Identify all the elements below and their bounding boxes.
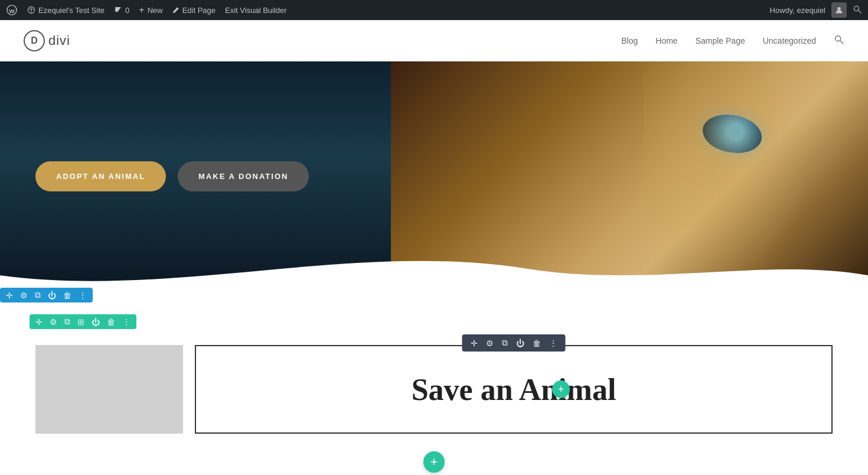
- row-duplicate-icon[interactable]: ⧉: [35, 290, 41, 300]
- image-column-placeholder: [35, 345, 183, 434]
- exit-builder-link[interactable]: Exit Visual Builder: [225, 6, 287, 15]
- howdy-text: Howdy, ezequiel: [770, 6, 825, 15]
- col-add-icon[interactable]: ✛: [35, 317, 43, 327]
- comments-link[interactable]: 0: [114, 6, 129, 15]
- content-row: ✛ ⚙ ⧉ ⏻ 🗑 ⋮ Save an Animal +: [35, 345, 833, 434]
- nav-blog[interactable]: Blog: [621, 36, 638, 45]
- svg-point-5: [837, 7, 841, 11]
- user-avatar[interactable]: [831, 2, 847, 18]
- save-animal-heading: Save an Animal: [412, 372, 616, 407]
- nav-search-icon[interactable]: [834, 34, 844, 47]
- row-more-icon[interactable]: ⋮: [79, 291, 87, 300]
- adopt-animal-button[interactable]: ADOPT AN ANIMAL: [35, 161, 166, 191]
- col-settings-icon[interactable]: ⚙: [50, 317, 57, 327]
- add-section-area: +: [0, 451, 868, 473]
- row-move-icon[interactable]: ✛: [6, 291, 13, 300]
- wordpress-logo: W: [6, 4, 18, 16]
- svg-point-6: [854, 6, 859, 11]
- content-area: ✛ ⚙ ⧉ ⏻ 🗑 ⋮ ✛ ⚙ ⧉ ⊞ ⏻ 🗑 ⋮ ✛ ⚙ ⧉ ⏻ 🗑 ⋮: [0, 298, 868, 475]
- svg-point-8: [836, 35, 841, 41]
- admin-bar: W Ezequiel's Test Site 0 + New Edit Page…: [0, 0, 868, 20]
- wp-logo-link[interactable]: W: [6, 4, 18, 16]
- row-settings-icon[interactable]: ⚙: [20, 291, 28, 300]
- col-more-icon[interactable]: ⋮: [122, 317, 130, 327]
- new-label: New: [148, 6, 163, 15]
- new-link[interactable]: + New: [139, 5, 162, 15]
- admin-search-icon[interactable]: [853, 5, 862, 16]
- module-settings-icon[interactable]: ⚙: [486, 339, 494, 348]
- svg-line-7: [859, 10, 862, 13]
- row-disable-icon[interactable]: ⏻: [48, 291, 56, 300]
- nav-home[interactable]: Home: [655, 36, 677, 45]
- col-delete-icon[interactable]: 🗑: [107, 317, 115, 327]
- admin-bar-right: Howdy, ezequiel: [770, 2, 862, 18]
- site-name: Ezequiel's Test Site: [38, 6, 105, 15]
- row-delete-icon[interactable]: 🗑: [63, 291, 71, 300]
- module-more-icon[interactable]: ⋮: [549, 339, 557, 348]
- make-donation-button[interactable]: MAKE A DONATION: [178, 161, 309, 191]
- svg-text:W: W: [9, 8, 15, 14]
- add-section-button[interactable]: +: [423, 451, 445, 473]
- inline-add-module-button[interactable]: +: [552, 380, 570, 398]
- site-name-link[interactable]: Ezequiel's Test Site: [27, 6, 105, 15]
- column-toolbar: ✛ ⚙ ⧉ ⊞ ⏻ 🗑 ⋮: [30, 314, 136, 329]
- exit-builder-label: Exit Visual Builder: [225, 6, 287, 15]
- logo-name: divi: [48, 33, 70, 48]
- col-layout-icon[interactable]: ⊞: [77, 317, 84, 327]
- nav-uncategorized[interactable]: Uncategorized: [763, 36, 816, 45]
- logo-circle: D: [24, 30, 45, 51]
- module-delete-icon[interactable]: 🗑: [533, 339, 541, 348]
- col-disable-icon[interactable]: ⏻: [92, 317, 100, 327]
- module-duplicate-icon[interactable]: ⧉: [502, 338, 508, 348]
- row-toolbar: ✛ ⚙ ⧉ ⏻ 🗑 ⋮: [0, 288, 93, 302]
- svg-line-9: [840, 40, 843, 43]
- hero-wave: [0, 240, 868, 298]
- nav-sample-page[interactable]: Sample Page: [696, 36, 745, 45]
- comments-count: 0: [125, 6, 129, 15]
- edit-page-link[interactable]: Edit Page: [172, 6, 216, 15]
- site-logo[interactable]: D divi: [24, 30, 70, 51]
- site-nav: Blog Home Sample Page Uncategorized: [621, 34, 844, 47]
- text-module-column: ✛ ⚙ ⧉ ⏻ 🗑 ⋮ Save an Animal +: [195, 345, 833, 434]
- module-disable-icon[interactable]: ⏻: [516, 339, 524, 348]
- edit-page-label: Edit Page: [182, 6, 216, 15]
- hero-buttons: ADOPT AN ANIMAL MAKE A DONATION: [35, 161, 309, 191]
- module-add-icon[interactable]: ✛: [471, 339, 478, 348]
- site-header: D divi Blog Home Sample Page Uncategoriz…: [0, 20, 868, 61]
- module-toolbar: ✛ ⚙ ⧉ ⏻ 🗑 ⋮: [462, 334, 566, 352]
- col-duplicate-icon[interactable]: ⧉: [64, 317, 70, 327]
- hero-section: ADOPT AN ANIMAL MAKE A DONATION: [0, 61, 868, 298]
